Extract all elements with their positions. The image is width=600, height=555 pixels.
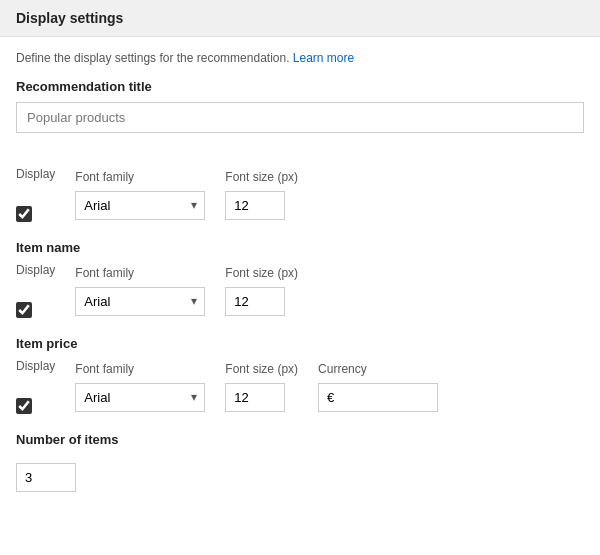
item-name-font-size-label: Font size (px) <box>225 266 298 280</box>
page-header: Display settings <box>0 0 600 37</box>
item-price-font-family-select[interactable]: Arial Georgia Helvetica Times New Roman … <box>75 383 205 412</box>
item-price-currency-label: Currency <box>318 362 438 376</box>
item-price-currency-group: Currency <box>318 362 438 412</box>
rec-title-controls-row: Display Font family Arial Georgia Helvet… <box>16 167 584 222</box>
rec-title-font-family-select-wrapper: Arial Georgia Helvetica Times New Roman … <box>75 191 205 220</box>
item-name-font-family-label: Font family <box>75 266 205 280</box>
item-name-display-checkbox[interactable] <box>16 302 32 318</box>
rec-title-display-label: Display <box>16 167 55 181</box>
item-name-font-family-select[interactable]: Arial Georgia Helvetica Times New Roman … <box>75 287 205 316</box>
item-price-currency-input[interactable] <box>318 383 438 412</box>
number-of-items-input[interactable] <box>16 463 76 492</box>
rec-title-font-family-group: Font family Arial Georgia Helvetica Time… <box>75 170 205 220</box>
item-price-display-group: Display <box>16 359 55 414</box>
item-price-label: Item price <box>16 336 584 351</box>
item-name-controls-row: Display Font family Arial Georgia Helvet… <box>16 263 584 318</box>
learn-more-link[interactable]: Learn more <box>293 51 354 65</box>
description-text: Define the display settings for the reco… <box>16 51 584 65</box>
item-price-display-label: Display <box>16 359 55 373</box>
item-price-font-size-input[interactable] <box>225 383 285 412</box>
item-price-font-family-group: Font family Arial Georgia Helvetica Time… <box>75 362 205 412</box>
rec-title-font-size-label: Font size (px) <box>225 170 298 184</box>
rec-title-font-family-label: Font family <box>75 170 205 184</box>
rec-title-font-size-group: Font size (px) <box>225 170 298 220</box>
rec-title-display-group: Display <box>16 167 55 222</box>
recommendation-title-section: Recommendation title <box>16 79 584 149</box>
rec-title-display-checkbox[interactable] <box>16 206 32 222</box>
recommendation-title-input[interactable] <box>16 102 584 133</box>
item-price-controls-row: Display Font family Arial Georgia Helvet… <box>16 359 584 414</box>
item-price-font-size-label: Font size (px) <box>225 362 298 376</box>
item-name-font-family-group: Font family Arial Georgia Helvetica Time… <box>75 266 205 316</box>
item-name-display-group: Display <box>16 263 55 318</box>
item-price-font-size-group: Font size (px) <box>225 362 298 412</box>
item-price-font-family-select-wrapper: Arial Georgia Helvetica Times New Roman … <box>75 383 205 412</box>
item-name-section: Item name Display Font family Arial Geor… <box>16 240 584 318</box>
item-name-label: Item name <box>16 240 584 255</box>
item-price-display-checkbox[interactable] <box>16 398 32 414</box>
item-name-font-size-group: Font size (px) <box>225 266 298 316</box>
page-header-title: Display settings <box>16 10 123 26</box>
item-name-font-size-input[interactable] <box>225 287 285 316</box>
page-content: Define the display settings for the reco… <box>0 37 600 524</box>
number-of-items-label: Number of items <box>16 432 584 447</box>
rec-title-font-size-input[interactable] <box>225 191 285 220</box>
item-name-display-label: Display <box>16 263 55 277</box>
item-price-section: Item price Display Font family Arial Geo… <box>16 336 584 414</box>
number-of-items-section: Number of items <box>16 432 584 492</box>
item-price-font-family-label: Font family <box>75 362 205 376</box>
recommendation-title-label: Recommendation title <box>16 79 584 94</box>
rec-title-font-family-select[interactable]: Arial Georgia Helvetica Times New Roman … <box>75 191 205 220</box>
item-name-font-family-select-wrapper: Arial Georgia Helvetica Times New Roman … <box>75 287 205 316</box>
